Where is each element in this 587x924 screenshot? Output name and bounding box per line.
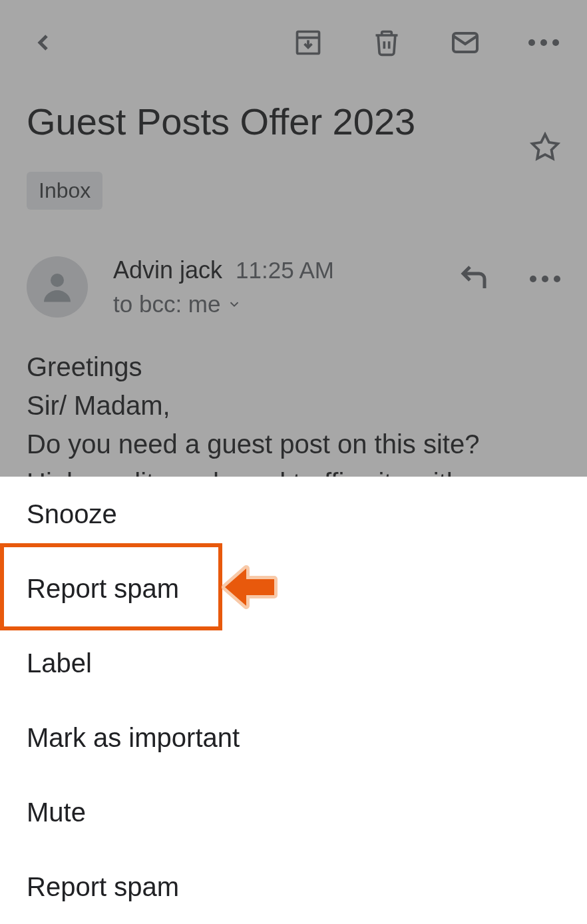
overflow-menu-sheet: Snooze Report spam Label Mark as importa…: [0, 477, 587, 924]
menu-item-snooze[interactable]: Snooze: [0, 477, 587, 551]
menu-item-mark-important[interactable]: Mark as important: [0, 700, 587, 775]
menu-item-mute[interactable]: Mute: [0, 775, 587, 849]
menu-item-report-spam[interactable]: Report spam: [0, 551, 587, 626]
menu-item-report-spam-2[interactable]: Report spam: [0, 849, 587, 924]
modal-dimmer[interactable]: [0, 0, 587, 477]
menu-item-label[interactable]: Label: [0, 626, 587, 700]
